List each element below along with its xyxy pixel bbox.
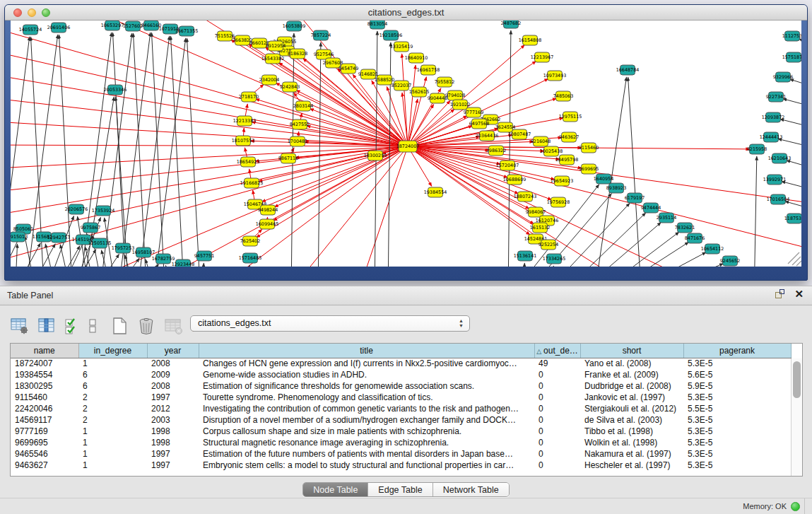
- graph-node[interactable]: 19384554: [424, 187, 447, 197]
- graph-node[interactable]: 9245652: [720, 256, 740, 266]
- graph-node[interactable]: 7832621: [675, 223, 695, 233]
- column-header-short[interactable]: short: [580, 344, 683, 358]
- table-row[interactable]: 1938455462009Genome-wide association stu…: [11, 369, 791, 380]
- close-panel-icon[interactable]: ✕: [794, 289, 804, 298]
- graph-node[interactable]: 17334265: [543, 254, 566, 264]
- graph-node[interactable]: 7485063: [553, 91, 573, 101]
- graph-node[interactable]: 9915013: [11, 232, 28, 242]
- graph-node[interactable]: 8912954: [266, 41, 286, 51]
- graph-node[interactable]: 8813054: [367, 21, 387, 29]
- graph-node[interactable]: 9975867: [81, 223, 100, 233]
- graph-node[interactable]: 15716485: [239, 253, 262, 263]
- graph-node[interactable]: 15136141: [514, 251, 537, 261]
- column-header-in_degree[interactable]: in_degree: [78, 344, 147, 358]
- graph-node[interactable]: 12923448: [172, 259, 195, 267]
- canvas-resize-grip[interactable]: [788, 252, 801, 266]
- graph-node[interactable]: 10973493: [543, 71, 567, 81]
- graph-node[interactable]: 19756928: [547, 197, 570, 207]
- graph-node[interactable]: 2986322: [486, 146, 506, 156]
- graph-node[interactable]: 9474444: [641, 203, 661, 213]
- network-canvas[interactable]: 1872400718300295193845541332541918640910…: [11, 21, 801, 267]
- graph-node[interactable]: 8215958: [747, 144, 767, 154]
- table-row[interactable]: 969969511998Structural magnetic resonanc…: [11, 437, 791, 448]
- table-settings-button[interactable]: [10, 316, 30, 336]
- graph-node[interactable]: 2342004: [259, 75, 279, 85]
- graph-node[interactable]: 9242843: [280, 82, 300, 92]
- scrollbar-thumb[interactable]: [793, 361, 801, 398]
- graph-node[interactable]: 12093872: [762, 112, 785, 122]
- graph-node[interactable]: 1112753: [782, 31, 801, 41]
- graph-node[interactable]: 8427552: [290, 119, 310, 129]
- graph-node[interactable]: 17016504: [767, 194, 790, 204]
- graph-node[interactable]: 9777169: [464, 107, 483, 117]
- table-selector-dropdown[interactable]: citations_edges.txt ▲▼: [190, 315, 470, 332]
- select-columns-button[interactable]: [64, 316, 79, 336]
- table-row[interactable]: 946362711997Embryonic stem cells: a mode…: [11, 460, 791, 471]
- graph-node[interactable]: 19218506: [379, 30, 403, 40]
- table-row[interactable]: 946554611997Estimation of the future num…: [11, 448, 791, 460]
- graph-node[interactable]: 9227341: [766, 92, 786, 102]
- graph-node[interactable]: 9115460: [579, 143, 599, 153]
- graph-node[interactable]: 18640910: [405, 53, 428, 63]
- column-header-year[interactable]: year: [147, 344, 199, 358]
- column-header-title[interactable]: title: [199, 344, 534, 358]
- table-scrollbar[interactable]: [791, 358, 802, 476]
- graph-node[interactable]: 8938923: [606, 183, 626, 193]
- graph-node[interactable]: 13992971: [763, 175, 787, 185]
- graph-node[interactable]: 1562615: [409, 87, 429, 97]
- graph-node[interactable]: 9699695: [579, 164, 599, 174]
- graph-node[interactable]: 12213967: [531, 52, 554, 62]
- graph-node[interactable]: 16099465: [256, 219, 279, 229]
- graph-node[interactable]: 15751874: [782, 52, 801, 62]
- graph-node[interactable]: 18654923: [237, 157, 260, 167]
- graph-node[interactable]: 6216048: [531, 136, 551, 146]
- graph-node[interactable]: 16648784: [616, 65, 640, 75]
- graph-node[interactable]: 13325419: [390, 42, 413, 52]
- graph-node[interactable]: 19654923: [551, 176, 574, 186]
- graph-node[interactable]: 1640954: [594, 174, 613, 184]
- graph-node[interactable]: 8471676: [685, 233, 705, 243]
- tab-network-table[interactable]: Network Table: [433, 483, 509, 496]
- graph-node[interactable]: 2803144: [293, 101, 313, 111]
- show-columns-button[interactable]: [37, 316, 56, 336]
- graph-node[interactable]: 12975115: [559, 112, 582, 122]
- column-header-name[interactable]: name: [11, 344, 78, 358]
- tab-edge-table[interactable]: Edge Table: [368, 483, 433, 496]
- graph-node[interactable]: 12213383: [233, 116, 257, 126]
- graph-node[interactable]: 8186328: [288, 49, 307, 59]
- graph-node[interactable]: 16154808: [519, 35, 542, 45]
- graph-node[interactable]: 17957253: [112, 243, 135, 253]
- graph-node[interactable]: 8867110: [278, 153, 298, 163]
- table-row[interactable]: 977716911998Corpus callosum shape and si…: [11, 426, 791, 437]
- graph-node[interactable]: 9457751: [194, 251, 214, 261]
- graph-node[interactable]: 6497568: [469, 119, 489, 129]
- create-column-button[interactable]: [110, 316, 129, 336]
- graph-node[interactable]: 2935114: [657, 213, 676, 223]
- graph-node[interactable]: 8454749: [339, 64, 358, 74]
- graph-node[interactable]: 9463627: [559, 132, 579, 142]
- graph-node[interactable]: 6179197: [625, 193, 645, 203]
- graph-node[interactable]: 20691406: [47, 23, 71, 33]
- graph-node[interactable]: 1527602: [123, 21, 143, 31]
- graph-node[interactable]: 7857224: [311, 30, 331, 40]
- column-header-pagerank[interactable]: pagerank: [683, 344, 791, 358]
- graph-node[interactable]: 18495798: [555, 155, 579, 165]
- graph-hub-node[interactable]: 18724007: [396, 141, 420, 152]
- graph-node[interactable]: 9498244: [258, 205, 278, 215]
- tab-node-table[interactable]: Node Table: [303, 483, 368, 496]
- graph-node[interactable]: 20053346: [104, 85, 127, 95]
- graph-node[interactable]: 1700481: [288, 136, 307, 146]
- table-row[interactable]: 1830029562008Estimation of significance …: [11, 380, 791, 392]
- row-height-button[interactable]: [87, 316, 98, 336]
- graph-node[interactable]: 7955812: [435, 77, 454, 87]
- graph-node[interactable]: 9794028: [445, 90, 465, 100]
- column-header-out_de[interactable]: △out_de…: [534, 344, 580, 358]
- table-row[interactable]: 1872400712008Changes of HCN gene express…: [11, 358, 791, 369]
- graph-node[interactable]: 1187531: [784, 214, 801, 223]
- graph-node[interactable]: 12444413: [760, 132, 783, 142]
- graph-node[interactable]: 10654112: [701, 244, 724, 254]
- graph-node[interactable]: 2718170: [239, 92, 259, 102]
- graph-node[interactable]: 2487682: [501, 21, 521, 28]
- graph-node[interactable]: 9252254: [539, 240, 558, 250]
- table-row[interactable]: 911546021997Tourette syndrome. Phenomeno…: [11, 392, 791, 403]
